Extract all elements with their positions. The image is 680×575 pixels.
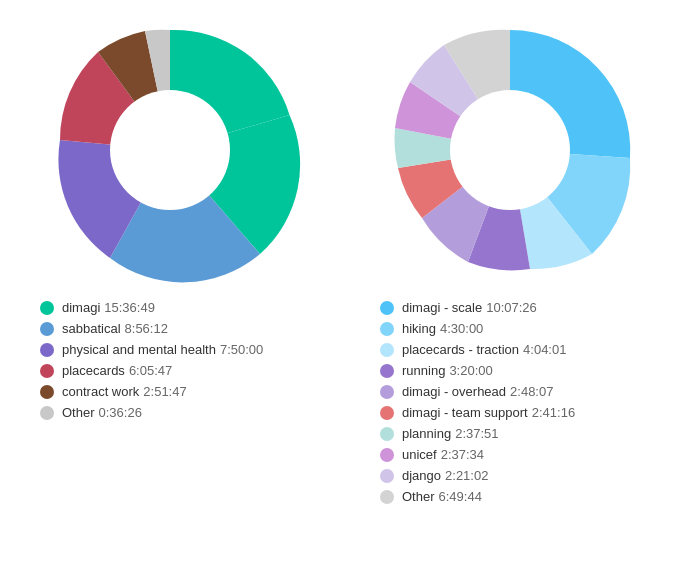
legend-dot bbox=[40, 301, 54, 315]
legend-label: planning bbox=[402, 426, 451, 441]
legend-label: hiking bbox=[402, 321, 436, 336]
left-half: dimagi 15:36:49 sabbatical 8:56:12 physi… bbox=[0, 0, 340, 575]
legend-item: django 2:21:02 bbox=[380, 468, 660, 483]
legend-dot bbox=[380, 385, 394, 399]
legend-value: 2:48:07 bbox=[510, 384, 553, 399]
legend-dot bbox=[380, 406, 394, 420]
legend-value: 2:37:34 bbox=[441, 447, 484, 462]
legend-item: contract work 2:51:47 bbox=[40, 384, 320, 399]
legend-dot bbox=[40, 385, 54, 399]
left-chart bbox=[30, 10, 310, 290]
legend-dot bbox=[380, 469, 394, 483]
legend-item: dimagi - scale 10:07:26 bbox=[380, 300, 660, 315]
legend-label: dimagi - scale bbox=[402, 300, 482, 315]
legend-item: placecards 6:05:47 bbox=[40, 363, 320, 378]
legend-dot bbox=[380, 301, 394, 315]
right-donut-svg bbox=[370, 10, 650, 290]
legend-item: dimagi - team support 2:41:16 bbox=[380, 405, 660, 420]
legend-label: contract work bbox=[62, 384, 139, 399]
legend-item: Other 6:49:44 bbox=[380, 489, 660, 504]
left-donut-svg bbox=[30, 10, 310, 290]
legend-item: Other 0:36:26 bbox=[40, 405, 320, 420]
legend-label: placecards - traction bbox=[402, 342, 519, 357]
legend-value: 0:36:26 bbox=[99, 405, 142, 420]
legend-value: 8:56:12 bbox=[125, 321, 168, 336]
legend-label: dimagi - overhead bbox=[402, 384, 506, 399]
legend-item: unicef 2:37:34 bbox=[380, 447, 660, 462]
legend-dot bbox=[40, 364, 54, 378]
legend-dot bbox=[380, 322, 394, 336]
legend-label: dimagi - team support bbox=[402, 405, 528, 420]
legend-item: placecards - traction 4:04:01 bbox=[380, 342, 660, 357]
legend-label: sabbatical bbox=[62, 321, 121, 336]
legend-item: dimagi - overhead 2:48:07 bbox=[380, 384, 660, 399]
legend-item: planning 2:37:51 bbox=[380, 426, 660, 441]
legend-dot bbox=[380, 364, 394, 378]
legend-item: running 3:20:00 bbox=[380, 363, 660, 378]
legend-label: Other bbox=[402, 489, 435, 504]
legend-dot bbox=[40, 406, 54, 420]
legend-value: 4:04:01 bbox=[523, 342, 566, 357]
legend-value: 10:07:26 bbox=[486, 300, 537, 315]
legend-label: physical and mental health bbox=[62, 342, 216, 357]
legend-label: django bbox=[402, 468, 441, 483]
main-container: dimagi 15:36:49 sabbatical 8:56:12 physi… bbox=[0, 0, 680, 575]
legend-value: 2:41:16 bbox=[532, 405, 575, 420]
legend-value: 2:51:47 bbox=[143, 384, 186, 399]
legend-label: dimagi bbox=[62, 300, 100, 315]
right-donut-hole bbox=[450, 90, 570, 210]
right-legend: dimagi - scale 10:07:26 hiking 4:30:00 p… bbox=[360, 300, 660, 510]
legend-value: 15:36:49 bbox=[104, 300, 155, 315]
legend-label: Other bbox=[62, 405, 95, 420]
legend-value: 3:20:00 bbox=[449, 363, 492, 378]
legend-value: 4:30:00 bbox=[440, 321, 483, 336]
legend-value: 6:49:44 bbox=[439, 489, 482, 504]
legend-dot bbox=[380, 490, 394, 504]
legend-dot bbox=[380, 427, 394, 441]
legend-value: 2:21:02 bbox=[445, 468, 488, 483]
legend-label: unicef bbox=[402, 447, 437, 462]
legend-dot bbox=[40, 343, 54, 357]
legend-dot bbox=[40, 322, 54, 336]
right-chart bbox=[370, 10, 650, 290]
legend-label: placecards bbox=[62, 363, 125, 378]
legend-value: 2:37:51 bbox=[455, 426, 498, 441]
legend-label: running bbox=[402, 363, 445, 378]
legend-dot bbox=[380, 343, 394, 357]
legend-item: sabbatical 8:56:12 bbox=[40, 321, 320, 336]
legend-item: physical and mental health 7:50:00 bbox=[40, 342, 320, 357]
legend-value: 7:50:00 bbox=[220, 342, 263, 357]
legend-value: 6:05:47 bbox=[129, 363, 172, 378]
left-donut-hole bbox=[110, 90, 230, 210]
legend-item: hiking 4:30:00 bbox=[380, 321, 660, 336]
legend-dot bbox=[380, 448, 394, 462]
left-legend: dimagi 15:36:49 sabbatical 8:56:12 physi… bbox=[20, 300, 320, 426]
legend-item: dimagi 15:36:49 bbox=[40, 300, 320, 315]
right-half: dimagi - scale 10:07:26 hiking 4:30:00 p… bbox=[340, 0, 680, 575]
